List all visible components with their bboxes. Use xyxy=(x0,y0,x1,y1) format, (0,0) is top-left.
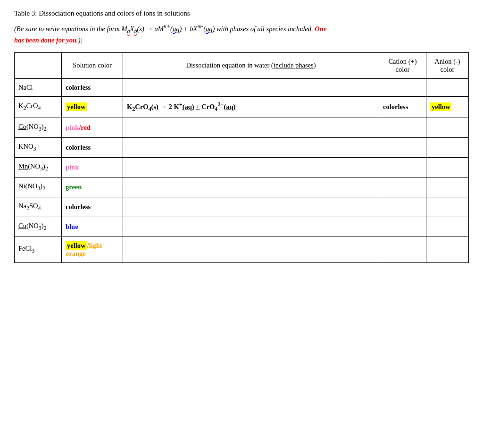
compound-cell: Co(NO3)2 xyxy=(15,118,62,138)
anion-color-cell xyxy=(426,158,469,178)
solution-color-cell: colorless xyxy=(62,197,123,217)
cation-color-cell xyxy=(379,78,426,96)
table-row: FeCl3 yellow/lightorange xyxy=(15,237,469,262)
equation-cell xyxy=(123,138,379,158)
anion-color-cell xyxy=(426,197,469,217)
solution-color-cell: yellow xyxy=(62,96,123,118)
solution-color-cell: green xyxy=(62,177,123,197)
cation-color-cell xyxy=(379,138,426,158)
cation-color-cell xyxy=(379,197,426,217)
solution-color-cell: yellow/lightorange xyxy=(62,237,123,262)
table-row: NaCl colorless xyxy=(15,78,469,96)
subtitle: (Be sure to write equations in the form … xyxy=(14,22,469,46)
table-row: Co(NO3)2 pink/red xyxy=(15,118,469,138)
compound-cell: Ni(NO3)2 xyxy=(15,177,62,197)
table-row: Na2SO4 colorless xyxy=(15,197,469,217)
table-row: Cu(NO3)2 blue xyxy=(15,217,469,237)
table-row: Ni(NO3)2 green xyxy=(15,177,469,197)
anion-color-cell xyxy=(426,78,469,96)
table-title: Table 3: Dissociation equations and colo… xyxy=(14,9,469,17)
cation-color-cell xyxy=(379,217,426,237)
cation-color-cell xyxy=(379,237,426,262)
dissociation-table: Solution color Dissociation equation in … xyxy=(14,52,469,263)
anion-color-cell xyxy=(426,118,469,138)
header-compound xyxy=(15,52,62,78)
solution-color-cell: colorless xyxy=(62,78,123,96)
compound-cell: Cu(NO3)2 xyxy=(15,217,62,237)
equation-cell xyxy=(123,197,379,217)
header-anion: Anion (-)color xyxy=(426,52,469,78)
equation-cell: K2CrO4(s) → 2 K+(aq) + CrO42−(aq) xyxy=(123,96,379,118)
table-row: K2CrO4 yellow K2CrO4(s) → 2 K+(aq) + CrO… xyxy=(15,96,469,118)
solution-color-cell: colorless xyxy=(62,138,123,158)
equation-cell xyxy=(123,177,379,197)
compound-cell: FeCl3 xyxy=(15,237,62,262)
solution-color-cell: blue xyxy=(62,217,123,237)
anion-color-cell xyxy=(426,177,469,197)
table-row: KNO3 colorless xyxy=(15,138,469,158)
table-row: Mn(NO3)2 pink xyxy=(15,158,469,178)
compound-cell: Na2SO4 xyxy=(15,197,62,217)
cation-color-cell: colorless xyxy=(379,96,426,118)
compound-cell: NaCl xyxy=(15,78,62,96)
cation-color-cell xyxy=(379,118,426,138)
anion-color-cell: yellow xyxy=(426,96,469,118)
compound-cell: KNO3 xyxy=(15,138,62,158)
equation-cell xyxy=(123,237,379,262)
solution-color-cell: pink/red xyxy=(62,118,123,138)
anion-color-cell xyxy=(426,217,469,237)
compound-cell: K2CrO4 xyxy=(15,96,62,118)
anion-color-cell xyxy=(426,138,469,158)
header-solution-color: Solution color xyxy=(62,52,123,78)
solution-color-cell: pink xyxy=(62,158,123,178)
cation-color-cell xyxy=(379,158,426,178)
equation-cell xyxy=(123,158,379,178)
equation-cell xyxy=(123,118,379,138)
equation-cell xyxy=(123,217,379,237)
anion-color-cell xyxy=(426,237,469,262)
header-cation: Cation (+)color xyxy=(379,52,426,78)
header-equation: Dissociation equation in water (include … xyxy=(123,52,379,78)
equation-cell xyxy=(123,78,379,96)
cation-color-cell xyxy=(379,177,426,197)
compound-cell: Mn(NO3)2 xyxy=(15,158,62,178)
